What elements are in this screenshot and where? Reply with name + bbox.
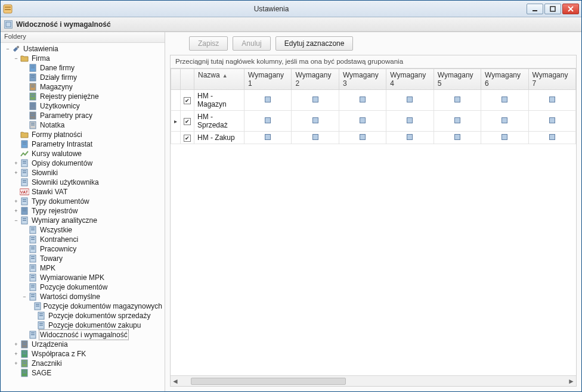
grid-column-header[interactable]: Wymagany 4 bbox=[386, 69, 434, 90]
table-row[interactable]: HM - Magazyn bbox=[171, 90, 576, 111]
horizontal-scrollbar[interactable]: ◄ ► bbox=[171, 375, 576, 386]
tree-item[interactable]: +Typy dokumentów bbox=[2, 197, 163, 206]
scroll-right-arrow[interactable]: ► bbox=[566, 377, 576, 386]
required-cell[interactable] bbox=[292, 132, 339, 144]
required-cell[interactable] bbox=[386, 90, 434, 111]
tree-item[interactable]: Pozycje dokumentów zakupu bbox=[2, 321, 163, 330]
grid-column-header[interactable]: Nazwa▲ bbox=[194, 69, 244, 90]
grid-column-header[interactable]: Wymagany 6 bbox=[481, 69, 528, 90]
doc-icon bbox=[36, 312, 46, 320]
tree-item[interactable]: Działy firmy bbox=[2, 73, 163, 82]
row-checkbox[interactable] bbox=[184, 135, 191, 142]
tree-expander[interactable]: + bbox=[13, 340, 20, 349]
scroll-thumb[interactable] bbox=[191, 378, 346, 385]
tree-item[interactable]: +Typy rejestrów bbox=[2, 206, 163, 216]
tree-item[interactable]: +Słowniki bbox=[2, 168, 163, 178]
tree-item[interactable]: Towary bbox=[2, 254, 163, 263]
svg-rect-94 bbox=[23, 361, 26, 362]
tree-item[interactable]: Wymiarowanie MPK bbox=[2, 273, 163, 282]
grid-column-header[interactable]: Wymagany 3 bbox=[339, 69, 386, 90]
required-cell[interactable] bbox=[339, 111, 386, 132]
tree-item[interactable]: +Opisy dokumentów bbox=[2, 158, 163, 168]
tree-item[interactable]: Wszystkie bbox=[2, 225, 163, 235]
folder-tree[interactable]: −Ustawienia−FirmaDane firmyDziały firmyM… bbox=[1, 43, 165, 391]
required-cell[interactable] bbox=[244, 111, 292, 132]
tree-expander[interactable]: − bbox=[4, 44, 11, 54]
tree-expander[interactable]: + bbox=[13, 158, 20, 168]
grid-column-header[interactable]: Wymagany 2 bbox=[292, 69, 339, 90]
tree-item[interactable]: +Urządzenia bbox=[2, 340, 163, 349]
tree-item[interactable]: Pozycje dokumentów magazynowych bbox=[2, 301, 163, 311]
data-grid[interactable]: Nazwa▲Wymagany 1Wymagany 2Wymagany 3Wyma… bbox=[171, 69, 576, 144]
tree-item[interactable]: Dane firmy bbox=[2, 63, 163, 73]
tree-item[interactable]: Słowniki użytkownika bbox=[2, 178, 163, 187]
tree-item[interactable]: Magazyny bbox=[2, 82, 163, 92]
grid-column-header[interactable]: Wymagany 5 bbox=[434, 69, 481, 90]
tree-expander[interactable]: − bbox=[13, 54, 20, 63]
tree-item[interactable]: Pracownicy bbox=[2, 244, 163, 254]
required-cell[interactable] bbox=[528, 90, 576, 111]
tree-item[interactable]: −Firma bbox=[2, 54, 163, 63]
tree-expander[interactable]: + bbox=[13, 197, 20, 206]
required-cell[interactable] bbox=[244, 90, 292, 111]
required-cell[interactable] bbox=[481, 90, 528, 111]
required-cell[interactable] bbox=[434, 132, 481, 144]
tree-item[interactable]: −Ustawienia bbox=[2, 44, 163, 54]
required-cell[interactable] bbox=[481, 111, 528, 132]
tree-item[interactable]: Formy płatności bbox=[2, 130, 163, 139]
tree-expander[interactable]: + bbox=[13, 206, 20, 216]
tree-item[interactable]: Kursy walutowe bbox=[2, 149, 163, 158]
grid-column-header[interactable]: Wymagany 7 bbox=[528, 69, 576, 90]
tree-expander[interactable]: + bbox=[13, 168, 20, 178]
grouping-hint[interactable]: Przeciągnij tutaj nagłówek kolumny, jeśl… bbox=[171, 55, 576, 69]
save-button[interactable]: Zapisz bbox=[189, 36, 228, 51]
tree-item[interactable]: Notatka bbox=[2, 120, 163, 130]
required-cell[interactable] bbox=[481, 132, 528, 144]
row-checkbox-cell[interactable] bbox=[181, 90, 194, 111]
tree-item[interactable]: +Współpraca z FK bbox=[2, 349, 163, 359]
tree-item[interactable]: Parametry pracy bbox=[2, 111, 163, 120]
tree-item[interactable]: −Wartości domyślne bbox=[2, 292, 163, 301]
table-row[interactable]: HM - Zakup bbox=[171, 132, 576, 144]
required-cell[interactable] bbox=[434, 90, 481, 111]
required-cell[interactable] bbox=[386, 132, 434, 144]
row-checkbox-cell[interactable] bbox=[181, 111, 194, 132]
tree-item[interactable]: +Znaczniki bbox=[2, 359, 163, 368]
tree-item[interactable]: SAGE bbox=[2, 368, 163, 378]
row-checkbox[interactable] bbox=[184, 118, 191, 125]
close-button[interactable] bbox=[562, 4, 579, 14]
required-cell[interactable] bbox=[339, 90, 386, 111]
tristate-icon bbox=[501, 97, 507, 102]
required-cell[interactable] bbox=[528, 132, 576, 144]
table-row[interactable]: ▸HM - Sprzedaż bbox=[171, 111, 576, 132]
tree-expander[interactable]: + bbox=[13, 359, 20, 368]
scroll-left-arrow[interactable]: ◄ bbox=[171, 377, 180, 386]
required-cell[interactable] bbox=[339, 132, 386, 144]
tree-item[interactable]: Pozycje dokumentów sprzedaży bbox=[2, 311, 163, 321]
minimize-button[interactable] bbox=[527, 4, 543, 14]
cancel-button[interactable]: Anuluj bbox=[233, 36, 270, 51]
tree-item[interactable]: VATStawki VAT bbox=[2, 187, 163, 197]
tree-expander[interactable]: − bbox=[13, 216, 20, 225]
tree-item[interactable]: −Wymiary analityczne bbox=[2, 216, 163, 225]
grid-column-header[interactable]: Wymagany 1 bbox=[244, 69, 292, 90]
row-checkbox[interactable] bbox=[184, 97, 191, 104]
tree-item[interactable]: Widoczność i wymagalność bbox=[2, 330, 163, 340]
required-cell[interactable] bbox=[434, 111, 481, 132]
tree-expander[interactable]: + bbox=[13, 349, 20, 359]
tree-item[interactable]: Parametry Intrastat bbox=[2, 139, 163, 149]
row-checkbox-cell[interactable] bbox=[181, 132, 194, 144]
required-cell[interactable] bbox=[292, 111, 339, 132]
required-cell[interactable] bbox=[386, 111, 434, 132]
tree-item[interactable]: MPK bbox=[2, 263, 163, 273]
edit-selected-button[interactable]: Edytuj zaznaczone bbox=[275, 36, 354, 51]
maximize-button[interactable] bbox=[544, 4, 561, 14]
required-cell[interactable] bbox=[244, 132, 292, 144]
tree-item[interactable]: Kontrahenci bbox=[2, 235, 163, 244]
tree-item[interactable]: Pozycje dokumentów bbox=[2, 282, 163, 292]
tree-expander[interactable]: − bbox=[21, 292, 28, 301]
tree-item[interactable]: Rejestry pieniężne bbox=[2, 92, 163, 101]
tree-item[interactable]: Użytkownicy bbox=[2, 101, 163, 111]
required-cell[interactable] bbox=[292, 90, 339, 111]
required-cell[interactable] bbox=[528, 111, 576, 132]
